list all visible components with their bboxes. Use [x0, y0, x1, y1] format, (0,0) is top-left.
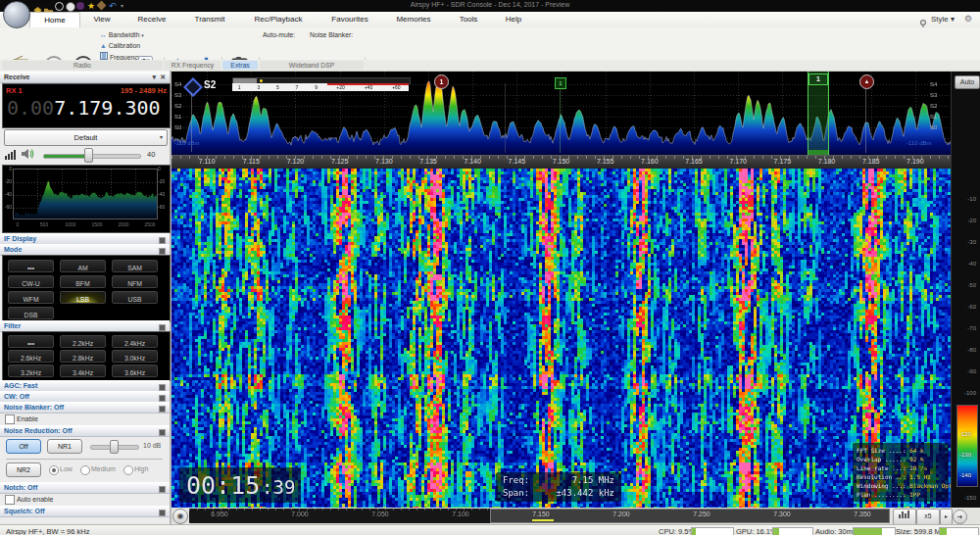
group-radio: Radio: [2, 61, 163, 70]
tab-receive[interactable]: Receive: [125, 12, 178, 26]
filter-2-2-button[interactable]: 2.2kHz: [60, 335, 106, 348]
nr2-button[interactable]: NR2: [6, 462, 41, 477]
filter-2-8-button[interactable]: 2.8kHz: [60, 350, 106, 363]
band-scale-label: 7.200: [608, 511, 635, 517]
gear-icon[interactable]: ⚙: [964, 14, 972, 24]
collapse-icon[interactable]: ▾: [152, 73, 156, 82]
bandwidth-button[interactable]: ↔ Bandwidth ▾: [100, 30, 144, 40]
tune-marker[interactable]: ▲: [859, 74, 874, 89]
filter-2-4-button[interactable]: 2.4kHz: [112, 335, 158, 348]
folder-icon[interactable]: [44, 2, 53, 11]
waterfall-display[interactable]: [172, 169, 951, 508]
filter-more-button[interactable]: •••: [8, 335, 54, 348]
preset-dropdown[interactable]: Default ▾: [4, 129, 168, 146]
nr2-low-radio[interactable]: [49, 465, 59, 475]
mode-wfm-button[interactable]: WFM: [8, 291, 54, 304]
tab-home[interactable]: Home: [29, 12, 80, 27]
nr-slider-thumb[interactable]: [110, 440, 119, 454]
spectrum-view-button[interactable]: [893, 509, 916, 525]
speaker-icon[interactable]: [22, 148, 34, 160]
home-icon[interactable]: [33, 2, 42, 11]
nr-off-button[interactable]: Off: [6, 439, 41, 454]
notch-auto-checkbox[interactable]: [5, 495, 15, 505]
timer-minutes: 00:15: [186, 471, 260, 500]
tag-icon[interactable]: [98, 2, 107, 11]
rx-passband-label[interactable]: 1: [808, 73, 828, 85]
gpu-bar: [772, 527, 813, 535]
mode-nfm-button[interactable]: NFM: [112, 275, 158, 288]
section-button[interactable]: [159, 486, 166, 493]
if-y-label: -40: [158, 191, 165, 197]
marker-1[interactable]: 1: [434, 74, 449, 89]
section-button[interactable]: [159, 406, 166, 413]
band-right-arrow[interactable]: ▸: [940, 509, 953, 525]
qat-more-icon[interactable]: ▾: [121, 2, 129, 11]
db-scale-label: -50: [953, 282, 976, 288]
band-goto-button[interactable]: ➔: [953, 510, 967, 524]
mode-more-button[interactable]: •••: [8, 260, 54, 272]
spectrum-glyph-icon: [899, 510, 910, 518]
nr1-button[interactable]: NR1: [47, 439, 82, 454]
section-button[interactable]: [159, 510, 166, 516]
rx-passband-region[interactable]: 1: [808, 72, 829, 155]
mode-dsb-button[interactable]: DSB: [8, 307, 54, 319]
filter-2-6-button[interactable]: 2.6kHz: [8, 350, 54, 363]
filter-3-2-button[interactable]: 3.2kHz: [8, 365, 54, 377]
tab-tools[interactable]: Tools: [447, 12, 490, 26]
dbm-min-label: -110 dBm: [906, 140, 932, 146]
tab-view[interactable]: View: [82, 12, 122, 26]
application-menu-button[interactable]: [3, 1, 30, 28]
frequency-readout[interactable]: 0.007.179.300: [7, 96, 161, 120]
tab-rec-playback[interactable]: Rec/Playback: [241, 12, 316, 26]
nr2-high-radio[interactable]: [123, 465, 133, 475]
volume-slider-thumb[interactable]: [84, 148, 93, 163]
mode-am-button[interactable]: AM: [60, 260, 106, 272]
if-spectrum-display[interactable]: [13, 169, 158, 219]
freq-tick-label: 7.150: [550, 158, 573, 165]
zoom-button[interactable]: x5: [916, 509, 940, 525]
group-wideband-dsp: Wideband DSP: [260, 61, 364, 70]
db-scale-label: -150: [953, 495, 976, 501]
tab-help[interactable]: Help: [494, 12, 533, 26]
mode-usb-button[interactable]: USB: [112, 291, 158, 304]
frequency-display-panel[interactable]: RX 1 195 - 2489 Hz 0.007.179.300: [2, 83, 171, 128]
undo-icon[interactable]: ↶: [109, 2, 118, 11]
section-button[interactable]: [159, 324, 166, 331]
filter-3-4-button[interactable]: 3.4kHz: [60, 365, 106, 377]
cursor-line: [505, 83, 506, 153]
mode-lsb-button[interactable]: LSB: [60, 291, 106, 304]
nb-enable-checkbox[interactable]: [5, 414, 15, 424]
freq-tick-label: 7.185: [859, 158, 883, 165]
freq-tick-label: 7.155: [594, 158, 617, 165]
record-ring-icon[interactable]: [55, 2, 64, 11]
mode-cwu-button[interactable]: CW-U: [8, 275, 54, 288]
tab-transmit[interactable]: Transmit: [182, 12, 237, 26]
section-button[interactable]: [159, 429, 166, 436]
calibration-button[interactable]: ▲ Calibration: [100, 41, 140, 51]
style-menu[interactable]: Style ▾: [931, 15, 955, 24]
section-button[interactable]: [159, 248, 166, 255]
tab-favourites[interactable]: Favourites: [319, 12, 380, 26]
section-button[interactable]: [159, 384, 166, 391]
noise-blanker-label: Noise Blanker:: [310, 30, 353, 40]
memory-marker[interactable]: 1: [555, 77, 566, 89]
favourites-star-icon[interactable]: ★: [87, 2, 96, 11]
nr2-medium-radio[interactable]: [80, 465, 90, 475]
band-left-button[interactable]: ◉: [172, 509, 188, 524]
ribbon-tab-strip: Home View Receive Transmit Rec/Playback …: [0, 12, 980, 28]
section-button[interactable]: [159, 237, 166, 244]
filter-3-0-button[interactable]: 3.0kHz: [112, 350, 158, 363]
freq-tick-label: 7.135: [416, 158, 440, 165]
close-icon[interactable]: ✕: [160, 73, 166, 82]
memory-marker-line: [560, 88, 561, 153]
mode-bfm-button[interactable]: BFM: [60, 275, 106, 288]
record-dot-icon[interactable]: [66, 2, 74, 11]
filter-3-6-button[interactable]: 3.6kHz: [112, 365, 158, 377]
section-button[interactable]: [159, 395, 166, 402]
mode-sam-button[interactable]: SAM: [112, 260, 158, 272]
fft-info-row: Plan ........: IPP: [857, 490, 949, 499]
tab-memories[interactable]: Memories: [384, 12, 443, 26]
auto-gain-button[interactable]: Auto: [955, 75, 980, 89]
bullet-icon[interactable]: [76, 2, 85, 11]
status-bar: Airspy HF+, BW = 96 kHz CPU: 9.5% GPU: 1…: [0, 524, 980, 535]
